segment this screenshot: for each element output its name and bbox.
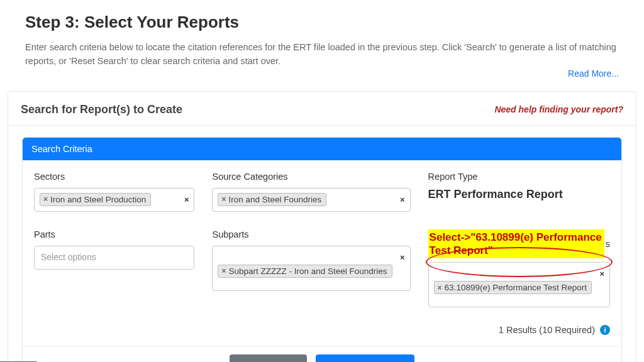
panel-head: Search for Report(s) to Create Need help…: [8, 92, 636, 126]
report-type-value: ERT Performance Report: [428, 188, 610, 201]
tag-remove-icon[interactable]: ×: [438, 283, 442, 292]
sectors-label: Sectors: [34, 172, 194, 182]
search-for-reports-button[interactable]: Search for Reports: [316, 354, 415, 362]
subparts-label: Subparts: [212, 229, 410, 239]
info-icon[interactable]: i: [600, 325, 610, 335]
label-suffix: s: [606, 239, 610, 249]
tag-remove-icon[interactable]: ×: [221, 266, 226, 275]
tag-subpart[interactable]: × Subpart ZZZZZ - Iron and Steel Foundri…: [218, 265, 392, 278]
page-container: Step 3: Select Your Reports Enter search…: [0, 0, 644, 362]
tag-remove-icon[interactable]: ×: [221, 195, 226, 204]
instructions-text: Enter search criteria below to locate th…: [25, 41, 619, 69]
reset-search-button[interactable]: Reset Search: [230, 354, 307, 362]
step-header: Step 3: Select Your Reports Enter search…: [0, 0, 644, 85]
tag-label: Iron and Steel Production: [50, 195, 146, 204]
field-parts: Parts Select options: [34, 229, 194, 308]
field-source-categories: Source Categories × Iron and Steel Found…: [212, 172, 410, 212]
results-count-row: 1 Results (10 Required) i: [34, 325, 610, 335]
results-count: 1 Results (10 Required): [499, 325, 595, 335]
criteria-body: Sectors × Iron and Steel Production × So…: [23, 160, 621, 347]
parts-label: Parts: [34, 229, 194, 239]
panel-title: Search for Report(s) to Create: [21, 103, 182, 116]
criteria-card: Search Criteria Sectors × Iron and Steel…: [22, 137, 622, 363]
parts-placeholder: Select options: [38, 250, 99, 265]
tag-sector[interactable]: × Iron and Steel Production: [40, 193, 151, 206]
citations-input[interactable]: × × 63.10899(e) Performance Test Report: [428, 262, 610, 307]
search-panel: Search for Report(s) to Create Need help…: [8, 91, 636, 363]
tag-label: Iron and Steel Foundries: [228, 195, 321, 204]
clear-citations-icon[interactable]: ×: [599, 269, 604, 278]
read-more-link[interactable]: Read More...: [25, 69, 619, 79]
clear-source-categories-icon[interactable]: ×: [400, 195, 405, 204]
field-sectors: Sectors × Iron and Steel Production ×: [34, 172, 194, 212]
need-help-link[interactable]: Need help finding your report?: [494, 104, 623, 114]
page-title: Step 3: Select Your Reports: [25, 13, 619, 32]
tag-label: Subpart ZZZZZ - Iron and Steel Foundries: [228, 266, 387, 276]
source-categories-label: Source Categories: [212, 172, 410, 182]
report-type-label: Report Type: [428, 172, 610, 182]
annotation-highlight: Select->"63.10899(e) Performance Test Re…: [428, 229, 604, 259]
subparts-input[interactable]: × × Subpart ZZZZZ - Iron and Steel Found…: [212, 246, 410, 291]
field-citations: Select->"63.10899(e) Performance Test Re…: [428, 229, 610, 308]
button-row: Reset Search Search for Reports: [23, 346, 621, 362]
sectors-input[interactable]: × Iron and Steel Production ×: [34, 188, 194, 212]
tag-citation[interactable]: × 63.10899(e) Performance Test Report: [434, 281, 592, 294]
parts-input[interactable]: Select options: [34, 246, 194, 270]
criteria-header: Search Criteria: [23, 138, 621, 160]
field-subparts: Subparts × × Subpart ZZZZZ - Iron and St…: [212, 229, 410, 308]
tag-source-category[interactable]: × Iron and Steel Foundries: [218, 193, 326, 206]
clear-subparts-icon[interactable]: ×: [400, 253, 405, 262]
tag-remove-icon[interactable]: ×: [43, 195, 48, 204]
tag-label: 63.10899(e) Performance Test Report: [445, 283, 587, 292]
clear-sectors-icon[interactable]: ×: [184, 195, 189, 204]
field-report-type: Report Type ERT Performance Report: [428, 172, 610, 212]
source-categories-input[interactable]: × Iron and Steel Foundries ×: [212, 188, 410, 212]
